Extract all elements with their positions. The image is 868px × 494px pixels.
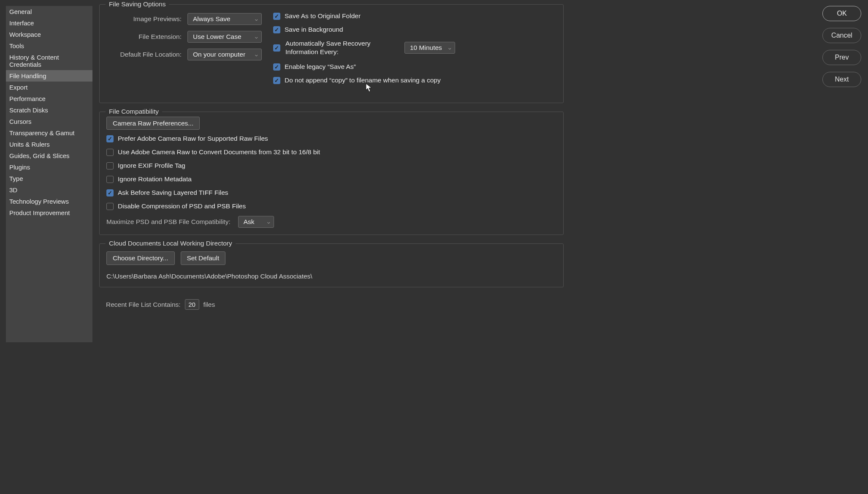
- chevron-down-icon: ⌵: [267, 219, 270, 225]
- recent-file-list-label: Recent File List Contains:: [106, 301, 181, 308]
- prefer-acr-checkbox[interactable]: [106, 135, 114, 142]
- sidebar-item-performance[interactable]: Performance: [6, 93, 92, 104]
- recent-file-count-input[interactable]: [185, 299, 199, 310]
- save-in-background-label: Save in Background: [285, 26, 343, 33]
- max-compat-select[interactable]: Ask ⌵: [238, 216, 274, 228]
- sidebar-item-cursors[interactable]: Cursors: [6, 116, 92, 127]
- sidebar-item-general[interactable]: General: [6, 6, 92, 17]
- enable-legacy-save-as-checkbox[interactable]: [273, 63, 280, 71]
- ignore-exif-label: Ignore EXIF Profile Tag: [118, 162, 185, 169]
- sidebar-item-workspace[interactable]: Workspace: [6, 29, 92, 40]
- save-as-original-folder-checkbox[interactable]: [273, 13, 280, 20]
- cloud-documents-group: Cloud Documents Local Working Directory …: [99, 243, 564, 287]
- sidebar-item-units-rulers[interactable]: Units & Rulers: [6, 139, 92, 150]
- acr-convert-32bit-label: Use Adobe Camera Raw to Convert Document…: [118, 148, 320, 156]
- choose-directory-button[interactable]: Choose Directory...: [106, 251, 175, 265]
- file-saving-legend: File Saving Options: [106, 0, 169, 8]
- chevron-down-icon: ⌵: [255, 34, 258, 40]
- auto-save-recovery-checkbox[interactable]: [273, 44, 280, 52]
- sidebar-item-3d[interactable]: 3D: [6, 184, 92, 196]
- acr-convert-32bit-checkbox[interactable]: [106, 149, 114, 156]
- file-compatibility-legend: File Compatibility: [106, 108, 162, 115]
- file-extension-select[interactable]: Use Lower Case ⌵: [187, 31, 262, 43]
- sidebar-item-scratch-disks[interactable]: Scratch Disks: [6, 104, 92, 116]
- enable-legacy-save-as-label: Enable legacy “Save As”: [285, 63, 356, 71]
- cancel-button[interactable]: Cancel: [822, 28, 861, 43]
- ignore-exif-checkbox[interactable]: [106, 162, 114, 169]
- recent-file-list-suffix: files: [203, 301, 215, 308]
- default-file-location-label: Default File Location:: [107, 51, 187, 58]
- max-compat-label: Maximize PSD and PSB File Compatibility:: [106, 218, 231, 226]
- dialog-buttons: OK Cancel Prev Next: [822, 6, 861, 87]
- auto-save-interval-select[interactable]: 10 Minutes ⌵: [404, 42, 455, 54]
- sidebar-item-file-handling[interactable]: File Handling: [6, 70, 92, 82]
- save-in-background-checkbox[interactable]: [273, 26, 280, 33]
- sidebar-item-history[interactable]: History & Content Credentials: [6, 52, 92, 70]
- sidebar-item-guides-grid[interactable]: Guides, Grid & Slices: [6, 150, 92, 161]
- disable-compression-checkbox[interactable]: [106, 203, 114, 210]
- no-append-copy-label: Do not append “copy” to filename when sa…: [285, 76, 441, 84]
- sidebar-item-interface[interactable]: Interface: [6, 17, 92, 29]
- ok-button[interactable]: OK: [822, 6, 861, 21]
- disable-compression-label: Disable Compression of PSD and PSB Files: [118, 202, 246, 210]
- cloud-documents-legend: Cloud Documents Local Working Directory: [106, 240, 236, 247]
- no-append-copy-checkbox[interactable]: [273, 77, 280, 84]
- preferences-sidebar: General Interface Workspace Tools Histor…: [6, 6, 92, 342]
- default-file-location-select[interactable]: On your computer ⌵: [187, 49, 262, 60]
- cloud-directory-path: C:\Users\Barbara Ash\Documents\Adobe\Pho…: [106, 273, 556, 280]
- set-default-button[interactable]: Set Default: [181, 251, 226, 265]
- chevron-down-icon: ⌵: [255, 52, 258, 57]
- file-compatibility-group: File Compatibility Camera Raw Preference…: [99, 112, 564, 235]
- image-previews-select[interactable]: Always Save ⌵: [187, 13, 262, 25]
- preferences-main: File Saving Options Image Previews: Alwa…: [99, 4, 564, 310]
- sidebar-item-plugins[interactable]: Plugins: [6, 161, 92, 173]
- file-extension-label: File Extension:: [107, 33, 187, 41]
- sidebar-item-export[interactable]: Export: [6, 82, 92, 93]
- sidebar-item-tech-previews[interactable]: Technology Previews: [6, 196, 92, 207]
- sidebar-item-type[interactable]: Type: [6, 173, 92, 184]
- sidebar-item-product-improvement[interactable]: Product Improvement: [6, 207, 92, 218]
- file-saving-options-group: File Saving Options Image Previews: Alwa…: [99, 4, 564, 103]
- auto-save-recovery-label: Automatically Save Recovery Information …: [285, 39, 399, 56]
- next-button[interactable]: Next: [822, 72, 861, 87]
- recent-file-list-row: Recent File List Contains: files: [106, 299, 564, 310]
- ignore-rotation-checkbox[interactable]: [106, 176, 114, 183]
- save-as-original-folder-label: Save As to Original Folder: [285, 12, 361, 20]
- ask-layered-tiff-checkbox[interactable]: [106, 189, 114, 197]
- camera-raw-preferences-button[interactable]: Camera Raw Preferences...: [106, 117, 200, 130]
- prefer-acr-label: Prefer Adobe Camera Raw for Supported Ra…: [118, 135, 268, 142]
- sidebar-item-transparency[interactable]: Transparency & Gamut: [6, 127, 92, 139]
- chevron-down-icon: ⌵: [448, 45, 451, 51]
- ask-layered-tiff-label: Ask Before Saving Layered TIFF Files: [118, 189, 228, 197]
- ignore-rotation-label: Ignore Rotation Metadata: [118, 175, 192, 183]
- chevron-down-icon: ⌵: [255, 16, 258, 22]
- image-previews-label: Image Previews:: [107, 15, 187, 23]
- sidebar-item-tools[interactable]: Tools: [6, 40, 92, 52]
- prev-button[interactable]: Prev: [822, 50, 861, 65]
